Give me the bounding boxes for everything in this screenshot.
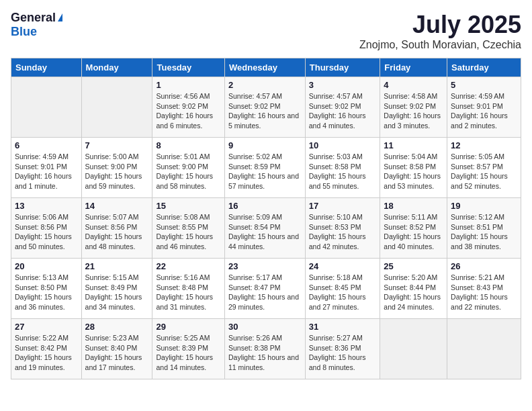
calendar-week-row: 20Sunrise: 5:13 AMSunset: 8:50 PMDayligh… xyxy=(11,259,521,319)
day-info: Sunrise: 4:57 AMSunset: 9:02 PMDaylight:… xyxy=(228,91,302,131)
table-row: 8Sunrise: 5:01 AMSunset: 9:00 PMDaylight… xyxy=(152,138,225,198)
table-row: 23Sunrise: 5:17 AMSunset: 8:47 PMDayligh… xyxy=(224,259,305,319)
day-info: Sunrise: 5:21 AMSunset: 8:43 PMDaylight:… xyxy=(451,273,517,312)
day-number: 9 xyxy=(228,140,302,150)
day-info: Sunrise: 5:15 AMSunset: 8:49 PMDaylight:… xyxy=(85,273,149,312)
logo-triangle-icon xyxy=(58,13,62,21)
table-row: 7Sunrise: 5:00 AMSunset: 9:00 PMDaylight… xyxy=(81,138,152,198)
table-row: 12Sunrise: 5:05 AMSunset: 8:57 PMDayligh… xyxy=(447,138,521,198)
title-block: July 2025 Znojmo, South Moravian, Czechi… xyxy=(359,11,521,51)
table-row: 2Sunrise: 4:57 AMSunset: 9:02 PMDaylight… xyxy=(224,77,305,138)
day-info: Sunrise: 5:17 AMSunset: 8:47 PMDaylight:… xyxy=(228,273,302,312)
table-row: 14Sunrise: 5:07 AMSunset: 8:56 PMDayligh… xyxy=(81,198,152,259)
table-row: 21Sunrise: 5:15 AMSunset: 8:49 PMDayligh… xyxy=(81,259,152,319)
day-number: 25 xyxy=(384,261,443,271)
day-info: Sunrise: 5:12 AMSunset: 8:51 PMDaylight:… xyxy=(451,212,517,252)
day-info: Sunrise: 5:09 AMSunset: 8:54 PMDaylight:… xyxy=(228,212,302,252)
calendar-subtitle: Znojmo, South Moravian, Czechia xyxy=(359,39,521,51)
day-number: 7 xyxy=(85,140,149,150)
table-row: 24Sunrise: 5:18 AMSunset: 8:45 PMDayligh… xyxy=(305,259,380,319)
table-row: 27Sunrise: 5:22 AMSunset: 8:42 PMDayligh… xyxy=(11,319,82,379)
day-number: 8 xyxy=(156,140,221,150)
day-info: Sunrise: 5:06 AMSunset: 8:56 PMDaylight:… xyxy=(15,212,78,252)
calendar-week-row: 27Sunrise: 5:22 AMSunset: 8:42 PMDayligh… xyxy=(11,319,521,379)
day-number: 15 xyxy=(156,201,221,211)
table-row: 31Sunrise: 5:27 AMSunset: 8:36 PMDayligh… xyxy=(305,319,380,379)
table-row: 29Sunrise: 5:25 AMSunset: 8:39 PMDayligh… xyxy=(152,319,225,379)
day-number: 21 xyxy=(85,261,149,271)
day-number: 31 xyxy=(309,322,377,332)
col-sunday: Sunday xyxy=(11,58,82,77)
day-info: Sunrise: 5:05 AMSunset: 8:57 PMDaylight:… xyxy=(451,152,517,191)
day-info: Sunrise: 5:08 AMSunset: 8:55 PMDaylight:… xyxy=(156,212,221,252)
day-number: 27 xyxy=(15,322,78,332)
day-info: Sunrise: 5:03 AMSunset: 8:58 PMDaylight:… xyxy=(309,152,377,191)
day-number: 30 xyxy=(228,322,302,332)
table-row: 3Sunrise: 4:57 AMSunset: 9:02 PMDaylight… xyxy=(305,77,380,138)
col-monday: Monday xyxy=(81,58,152,77)
col-friday: Friday xyxy=(380,58,447,77)
day-number: 1 xyxy=(156,80,221,90)
col-thursday: Thursday xyxy=(305,58,380,77)
day-number: 13 xyxy=(15,201,78,211)
day-info: Sunrise: 5:27 AMSunset: 8:36 PMDaylight:… xyxy=(309,333,377,373)
logo-general: General xyxy=(11,11,56,25)
day-info: Sunrise: 4:59 AMSunset: 9:01 PMDaylight:… xyxy=(451,91,517,131)
day-number: 5 xyxy=(451,80,517,90)
logo-blue: Blue xyxy=(11,25,37,38)
table-row: 10Sunrise: 5:03 AMSunset: 8:58 PMDayligh… xyxy=(305,138,380,198)
table-row xyxy=(380,319,447,379)
day-number: 14 xyxy=(85,201,149,211)
logo: General Blue xyxy=(11,11,62,39)
day-info: Sunrise: 5:22 AMSunset: 8:42 PMDaylight:… xyxy=(15,333,78,373)
table-row: 30Sunrise: 5:26 AMSunset: 8:38 PMDayligh… xyxy=(224,319,305,379)
day-number: 12 xyxy=(451,140,517,150)
day-number: 4 xyxy=(384,80,443,90)
day-number: 16 xyxy=(228,201,302,211)
day-info: Sunrise: 5:26 AMSunset: 8:38 PMDaylight:… xyxy=(228,333,302,373)
table-row xyxy=(11,77,82,138)
day-info: Sunrise: 5:01 AMSunset: 9:00 PMDaylight:… xyxy=(156,152,221,191)
table-row: 4Sunrise: 4:58 AMSunset: 9:02 PMDaylight… xyxy=(380,77,447,138)
day-info: Sunrise: 5:18 AMSunset: 8:45 PMDaylight:… xyxy=(309,273,377,312)
table-row: 15Sunrise: 5:08 AMSunset: 8:55 PMDayligh… xyxy=(152,198,225,259)
day-number: 19 xyxy=(451,201,517,211)
col-saturday: Saturday xyxy=(447,58,521,77)
table-row: 5Sunrise: 4:59 AMSunset: 9:01 PMDaylight… xyxy=(447,77,521,138)
table-row: 28Sunrise: 5:23 AMSunset: 8:40 PMDayligh… xyxy=(81,319,152,379)
day-info: Sunrise: 5:23 AMSunset: 8:40 PMDaylight:… xyxy=(85,333,149,373)
table-row xyxy=(81,77,152,138)
table-row: 6Sunrise: 4:59 AMSunset: 9:01 PMDaylight… xyxy=(11,138,82,198)
table-row: 9Sunrise: 5:02 AMSunset: 8:59 PMDaylight… xyxy=(224,138,305,198)
day-number: 11 xyxy=(384,140,443,150)
day-number: 3 xyxy=(309,80,377,90)
page-header: General Blue July 2025 Znojmo, South Mor… xyxy=(11,11,521,51)
table-row: 18Sunrise: 5:11 AMSunset: 8:52 PMDayligh… xyxy=(380,198,447,259)
day-number: 29 xyxy=(156,322,221,332)
day-number: 26 xyxy=(451,261,517,271)
table-row: 16Sunrise: 5:09 AMSunset: 8:54 PMDayligh… xyxy=(224,198,305,259)
table-row: 26Sunrise: 5:21 AMSunset: 8:43 PMDayligh… xyxy=(447,259,521,319)
day-info: Sunrise: 4:56 AMSunset: 9:02 PMDaylight:… xyxy=(156,91,221,131)
day-info: Sunrise: 5:04 AMSunset: 8:58 PMDaylight:… xyxy=(384,152,443,191)
day-number: 2 xyxy=(228,80,302,90)
table-row: 19Sunrise: 5:12 AMSunset: 8:51 PMDayligh… xyxy=(447,198,521,259)
table-row: 22Sunrise: 5:16 AMSunset: 8:48 PMDayligh… xyxy=(152,259,225,319)
day-number: 20 xyxy=(15,261,78,271)
col-tuesday: Tuesday xyxy=(152,58,225,77)
day-number: 22 xyxy=(156,261,221,271)
day-number: 28 xyxy=(85,322,149,332)
day-number: 24 xyxy=(309,261,377,271)
day-number: 10 xyxy=(309,140,377,150)
day-number: 17 xyxy=(309,201,377,211)
day-info: Sunrise: 5:02 AMSunset: 8:59 PMDaylight:… xyxy=(228,152,302,191)
day-info: Sunrise: 5:25 AMSunset: 8:39 PMDaylight:… xyxy=(156,333,221,373)
day-info: Sunrise: 4:59 AMSunset: 9:01 PMDaylight:… xyxy=(15,152,78,191)
day-info: Sunrise: 4:57 AMSunset: 9:02 PMDaylight:… xyxy=(309,91,377,131)
col-wednesday: Wednesday xyxy=(224,58,305,77)
day-info: Sunrise: 5:13 AMSunset: 8:50 PMDaylight:… xyxy=(15,273,78,312)
calendar-table: Sunday Monday Tuesday Wednesday Thursday… xyxy=(11,58,521,379)
table-row: 17Sunrise: 5:10 AMSunset: 8:53 PMDayligh… xyxy=(305,198,380,259)
day-number: 23 xyxy=(228,261,302,271)
table-row xyxy=(447,319,521,379)
